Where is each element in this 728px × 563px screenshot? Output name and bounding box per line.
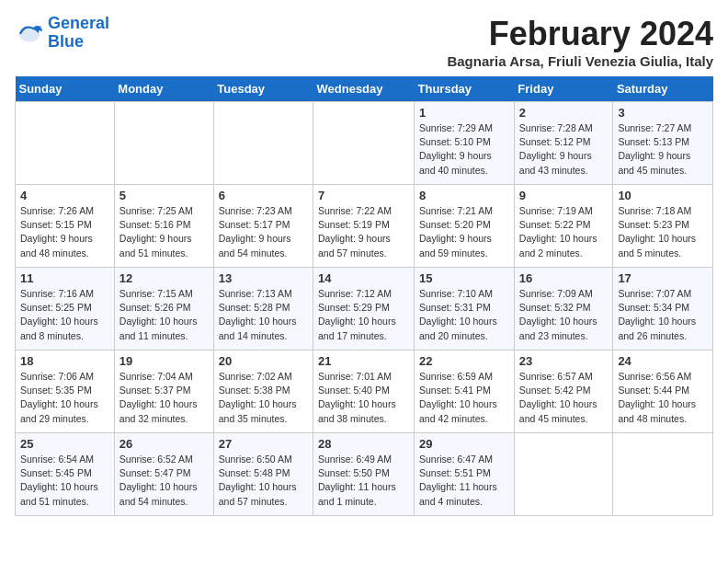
day-number: 2 [519, 106, 609, 120]
day-number: 13 [219, 271, 308, 285]
calendar-week-5: 25Sunrise: 6:54 AM Sunset: 5:45 PM Dayli… [16, 433, 713, 516]
calendar-day: 17Sunrise: 7:07 AM Sunset: 5:34 PM Dayli… [613, 268, 713, 350]
calendar-day: 26Sunrise: 6:52 AM Sunset: 5:47 PM Dayli… [114, 433, 213, 516]
calendar-day [313, 102, 415, 185]
day-info: Sunrise: 6:47 AM Sunset: 5:51 PM Dayligh… [419, 453, 509, 509]
day-number: 23 [519, 354, 609, 368]
header-thursday: Thursday [415, 76, 515, 102]
calendar-week-2: 4Sunrise: 7:26 AM Sunset: 5:15 PM Daylig… [16, 185, 713, 268]
calendar-day: 10Sunrise: 7:18 AM Sunset: 5:23 PM Dayli… [613, 185, 713, 268]
header-friday: Friday [514, 76, 613, 102]
calendar-day: 15Sunrise: 7:10 AM Sunset: 5:31 PM Dayli… [415, 268, 515, 350]
calendar-week-1: 1Sunrise: 7:29 AM Sunset: 5:10 PM Daylig… [16, 102, 713, 185]
day-info: Sunrise: 7:12 AM Sunset: 5:29 PM Dayligh… [318, 287, 409, 343]
calendar-day: 14Sunrise: 7:12 AM Sunset: 5:29 PM Dayli… [313, 268, 415, 350]
calendar-day: 28Sunrise: 6:49 AM Sunset: 5:50 PM Dayli… [313, 433, 415, 516]
calendar-day: 24Sunrise: 6:56 AM Sunset: 5:44 PM Dayli… [613, 350, 713, 433]
day-info: Sunrise: 7:10 AM Sunset: 5:31 PM Dayligh… [419, 287, 509, 343]
title-block: February 2024 Bagnaria Arsa, Friuli Vene… [447, 15, 713, 69]
day-number: 22 [419, 354, 509, 368]
calendar-day: 1Sunrise: 7:29 AM Sunset: 5:10 PM Daylig… [415, 102, 515, 185]
calendar-day [213, 102, 313, 185]
day-info: Sunrise: 7:29 AM Sunset: 5:10 PM Dayligh… [419, 121, 509, 178]
calendar-header-row: SundayMondayTuesdayWednesdayThursdayFrid… [16, 76, 713, 102]
day-number: 28 [318, 437, 409, 451]
day-info: Sunrise: 6:50 AM Sunset: 5:48 PM Dayligh… [219, 453, 308, 509]
location-title: Bagnaria Arsa, Friuli Venezia Giulia, It… [447, 53, 713, 69]
day-info: Sunrise: 6:59 AM Sunset: 5:41 PM Dayligh… [419, 370, 509, 426]
day-number: 4 [20, 189, 109, 202]
day-info: Sunrise: 7:16 AM Sunset: 5:25 PM Dayligh… [20, 287, 109, 343]
calendar-day: 8Sunrise: 7:21 AM Sunset: 5:20 PM Daylig… [415, 185, 515, 268]
calendar-day: 19Sunrise: 7:04 AM Sunset: 5:37 PM Dayli… [114, 350, 213, 433]
calendar-week-3: 11Sunrise: 7:16 AM Sunset: 5:25 PM Dayli… [16, 268, 713, 350]
day-info: Sunrise: 6:54 AM Sunset: 5:45 PM Dayligh… [20, 453, 109, 509]
day-number: 3 [618, 106, 708, 120]
day-number: 6 [219, 189, 308, 202]
calendar-day: 4Sunrise: 7:26 AM Sunset: 5:15 PM Daylig… [16, 185, 115, 268]
calendar-day: 25Sunrise: 6:54 AM Sunset: 5:45 PM Dayli… [16, 433, 115, 516]
day-number: 9 [519, 189, 609, 202]
day-number: 27 [219, 437, 308, 451]
day-info: Sunrise: 7:26 AM Sunset: 5:15 PM Dayligh… [20, 204, 109, 260]
calendar-day: 13Sunrise: 7:13 AM Sunset: 5:28 PM Dayli… [213, 268, 313, 350]
calendar-day: 21Sunrise: 7:01 AM Sunset: 5:40 PM Dayli… [313, 350, 415, 433]
day-number: 26 [119, 437, 209, 451]
day-number: 29 [419, 437, 509, 451]
day-info: Sunrise: 7:22 AM Sunset: 5:19 PM Dayligh… [318, 204, 409, 260]
logo-icon [15, 18, 44, 48]
calendar-day: 12Sunrise: 7:15 AM Sunset: 5:26 PM Dayli… [114, 268, 213, 350]
day-number: 21 [318, 354, 409, 368]
calendar-day: 29Sunrise: 6:47 AM Sunset: 5:51 PM Dayli… [415, 433, 515, 516]
day-info: Sunrise: 7:27 AM Sunset: 5:13 PM Dayligh… [618, 121, 708, 178]
calendar-day: 22Sunrise: 6:59 AM Sunset: 5:41 PM Dayli… [415, 350, 515, 433]
calendar-day: 20Sunrise: 7:02 AM Sunset: 5:38 PM Dayli… [213, 350, 313, 433]
day-number: 16 [519, 271, 609, 285]
day-info: Sunrise: 6:52 AM Sunset: 5:47 PM Dayligh… [119, 453, 209, 509]
logo: General Blue [15, 15, 109, 52]
logo-blue: Blue [48, 32, 84, 51]
calendar-day: 2Sunrise: 7:28 AM Sunset: 5:12 PM Daylig… [514, 102, 613, 185]
day-number: 15 [419, 271, 509, 285]
header-tuesday: Tuesday [213, 76, 313, 102]
day-number: 1 [419, 106, 509, 120]
calendar-day: 5Sunrise: 7:25 AM Sunset: 5:16 PM Daylig… [114, 185, 213, 268]
calendar-day: 16Sunrise: 7:09 AM Sunset: 5:32 PM Dayli… [514, 268, 613, 350]
day-info: Sunrise: 7:02 AM Sunset: 5:38 PM Dayligh… [219, 370, 308, 426]
day-info: Sunrise: 6:49 AM Sunset: 5:50 PM Dayligh… [318, 453, 409, 509]
day-number: 20 [219, 354, 308, 368]
header-wednesday: Wednesday [313, 76, 415, 102]
calendar-table: SundayMondayTuesdayWednesdayThursdayFrid… [15, 76, 713, 516]
calendar-day: 23Sunrise: 6:57 AM Sunset: 5:42 PM Dayli… [514, 350, 613, 433]
day-info: Sunrise: 7:06 AM Sunset: 5:35 PM Dayligh… [20, 370, 109, 426]
day-number: 8 [419, 189, 509, 202]
day-info: Sunrise: 7:21 AM Sunset: 5:20 PM Dayligh… [419, 204, 509, 260]
day-number: 11 [20, 271, 109, 285]
day-info: Sunrise: 7:25 AM Sunset: 5:16 PM Dayligh… [119, 204, 209, 260]
day-number: 24 [618, 354, 708, 368]
header-sunday: Sunday [16, 76, 115, 102]
header-saturday: Saturday [613, 76, 713, 102]
calendar-day: 27Sunrise: 6:50 AM Sunset: 5:48 PM Dayli… [213, 433, 313, 516]
day-number: 25 [20, 437, 109, 451]
day-info: Sunrise: 6:57 AM Sunset: 5:42 PM Dayligh… [519, 370, 609, 426]
page-header: General Blue February 2024 Bagnaria Arsa… [15, 15, 713, 69]
day-info: Sunrise: 7:23 AM Sunset: 5:17 PM Dayligh… [219, 204, 308, 260]
logo-text: General Blue [48, 15, 109, 52]
calendar-day [16, 102, 115, 185]
calendar-day: 6Sunrise: 7:23 AM Sunset: 5:17 PM Daylig… [213, 185, 313, 268]
calendar-day: 18Sunrise: 7:06 AM Sunset: 5:35 PM Dayli… [16, 350, 115, 433]
day-number: 12 [119, 271, 209, 285]
day-number: 7 [318, 189, 409, 202]
day-number: 5 [119, 189, 209, 202]
day-number: 17 [618, 271, 708, 285]
calendar-day [613, 433, 713, 516]
calendar-day: 7Sunrise: 7:22 AM Sunset: 5:19 PM Daylig… [313, 185, 415, 268]
day-number: 18 [20, 354, 109, 368]
day-info: Sunrise: 7:15 AM Sunset: 5:26 PM Dayligh… [119, 287, 209, 343]
header-monday: Monday [114, 76, 213, 102]
day-number: 14 [318, 271, 409, 285]
calendar-day [114, 102, 213, 185]
calendar-week-4: 18Sunrise: 7:06 AM Sunset: 5:35 PM Dayli… [16, 350, 713, 433]
day-info: Sunrise: 7:01 AM Sunset: 5:40 PM Dayligh… [318, 370, 409, 426]
